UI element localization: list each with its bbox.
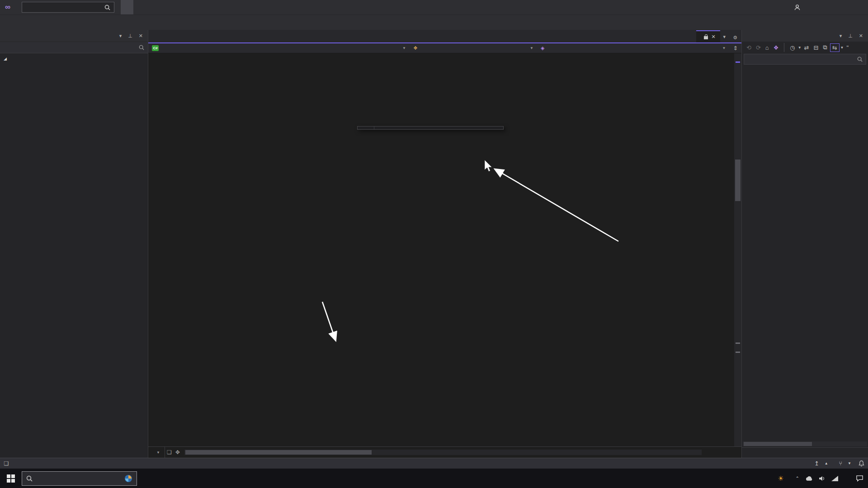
close-button[interactable] — [848, 0, 868, 14]
toolbox-panel: ▾ ⊥ ✕ ◢ — [0, 30, 148, 458]
pin-icon[interactable]: ⊥ — [127, 33, 134, 39]
solution-tree[interactable] — [742, 65, 868, 441]
solution-search-input[interactable] — [744, 54, 866, 65]
panel-footer-tabs — [742, 447, 868, 458]
breadcrumb-type-dropdown[interactable]: ❖ ▼ — [410, 43, 537, 53]
chevron-down-icon: ▼ — [402, 46, 406, 50]
properties-icon[interactable]: ⧉ — [821, 44, 829, 51]
close-icon[interactable]: ✕ — [137, 33, 144, 39]
vertical-scrollbar[interactable] — [734, 53, 741, 446]
status-bar: ❏ ↥ ▲ ⑂ ▼ — [0, 458, 868, 469]
background-tasks-icon[interactable]: ❏ — [4, 460, 9, 467]
forward-icon[interactable]: ⟳ — [754, 44, 763, 51]
solution-explorer-panel: ▾ ⊥ ✕ ⟲ ⟳ ⌂ ❖ ◷ ▼ ⇄ ⊟ ⧉ ⇆ ▼ " — [741, 30, 868, 458]
split-window-icon[interactable]: ⇕ — [730, 45, 741, 52]
preview-selected-icon[interactable]: " — [845, 44, 851, 51]
search-icon — [104, 5, 110, 10]
visual-studio-logo-icon: ∞ — [0, 3, 15, 12]
action-center-icon[interactable] — [856, 475, 863, 482]
breadcrumb-file-dropdown[interactable]: C# ▼ — [148, 43, 410, 53]
sync-icon[interactable]: ⇄ — [802, 44, 811, 51]
editor-breadcrumb: C# ▼ ❖ ▼ ◈ ▼ ⇕ — [148, 43, 741, 53]
chevron-down-icon: ▼ — [722, 46, 726, 50]
breadcrumb-member-dropdown[interactable]: ◈ ▼ — [537, 43, 730, 53]
pending-changes-filter-icon[interactable]: ◷ — [788, 44, 797, 51]
repository-icon: ⑂ — [839, 460, 843, 467]
add-to-source-control-button[interactable]: ↥ ▲ — [811, 458, 831, 469]
tab-button-cs[interactable]: ✕ — [696, 30, 720, 42]
chevron-down-icon[interactable]: ▾ — [118, 33, 123, 39]
taskbar-search-input[interactable] — [22, 471, 137, 486]
window-title — [121, 0, 133, 14]
volume-icon[interactable] — [819, 476, 826, 481]
solution-explorer-toolbar: ⟲ ⟳ ⌂ ❖ ◷ ▼ ⇄ ⊟ ⧉ ⇆ ▼ " — [742, 42, 868, 53]
windows-logo-icon — [7, 474, 15, 483]
pin-icon[interactable]: ⊥ — [847, 33, 854, 39]
notifications-bell-icon[interactable] — [859, 460, 864, 467]
horizontal-scrollbar[interactable] — [743, 441, 867, 446]
document-tab-well: ✕ ▾ ⚙ — [148, 30, 741, 42]
chevron-down-icon: ▼ — [156, 450, 160, 455]
chevron-down-icon[interactable]: ▼ — [840, 46, 844, 50]
document-health-icon[interactable]: ❏ — [165, 449, 174, 455]
editor-context-menu — [357, 126, 504, 130]
sync-with-active-document-icon[interactable]: ⇆ — [830, 43, 840, 52]
close-tab-icon[interactable]: ✕ — [711, 34, 715, 40]
search-highlight-icon — [124, 474, 132, 483]
minimize-button[interactable] — [807, 0, 827, 14]
chevron-down-icon: ▼ — [848, 461, 851, 465]
csharp-file-icon: C# — [152, 45, 159, 51]
search-icon — [26, 475, 33, 482]
onedrive-cloud-icon[interactable] — [805, 476, 813, 481]
title-bar: ∞ — [0, 0, 868, 14]
back-icon[interactable]: ⟲ — [745, 44, 753, 51]
keep-open-lock-icon[interactable] — [704, 36, 708, 39]
windows-taskbar: ☀ ⌃ — [0, 469, 868, 488]
quick-search-input[interactable] — [22, 2, 114, 13]
tab-settings-gear-icon[interactable]: ⚙ — [731, 35, 739, 41]
method-icon: ◈ — [541, 45, 544, 51]
collapse-all-icon[interactable]: ⊟ — [812, 44, 821, 51]
start-button[interactable] — [0, 469, 22, 488]
chevron-down-icon[interactable]: ▾ — [838, 33, 844, 39]
select-repository-button[interactable]: ⑂ ▼ — [835, 458, 855, 469]
sign-in-button[interactable] — [784, 4, 807, 11]
home-icon[interactable]: ⌂ — [764, 44, 771, 51]
class-icon: ❖ — [413, 45, 418, 51]
sun-weather-icon[interactable]: ☀ — [778, 474, 783, 483]
switch-views-icon[interactable]: ❖ — [772, 44, 781, 51]
hidden-icons-chevron-icon[interactable]: ⌃ — [796, 476, 799, 481]
search-icon — [857, 56, 863, 62]
person-icon — [794, 4, 801, 11]
chevron-up-icon: ▲ — [825, 461, 828, 465]
code-editor[interactable] — [148, 53, 741, 446]
restore-button[interactable] — [827, 0, 848, 14]
editor-group: ✕ ▾ ⚙ C# ▼ ❖ ▼ ◈ ▼ ⇕ — [148, 30, 741, 458]
scrollbar-thumb[interactable] — [185, 450, 372, 455]
code-lens-icon[interactable]: ✥ — [174, 449, 182, 455]
scrollbar-thumb[interactable] — [735, 160, 741, 201]
toolbox-empty-message — [0, 64, 148, 71]
zoom-level-dropdown[interactable]: ▼ — [148, 447, 165, 458]
system-tray: ☀ ⌃ — [778, 474, 868, 483]
main-toolbar — [0, 14, 868, 30]
chevron-down-icon: ▼ — [530, 46, 533, 50]
chevron-down-icon[interactable]: ▼ — [798, 46, 802, 50]
expander-icon: ◢ — [4, 56, 7, 61]
toolbox-section-general[interactable]: ◢ — [0, 54, 148, 64]
upload-icon: ↥ — [814, 460, 819, 467]
tab-list-chevron-icon[interactable]: ▾ — [722, 34, 727, 40]
close-icon[interactable]: ✕ — [858, 33, 864, 39]
search-icon — [139, 45, 144, 50]
network-icon[interactable] — [831, 476, 838, 481]
editor-bottom-bar: ▼ ❏ ✥ — [148, 446, 741, 458]
toolbox-search-input[interactable] — [0, 42, 148, 53]
horizontal-scrollbar[interactable] — [184, 450, 702, 455]
